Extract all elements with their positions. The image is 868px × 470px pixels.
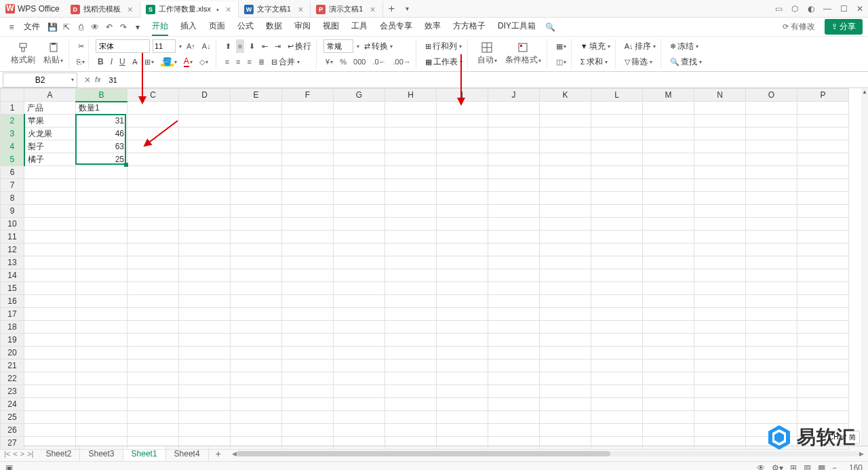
cell[interactable] (437, 102, 488, 115)
cell[interactable] (385, 140, 437, 153)
cell[interactable] (179, 437, 231, 450)
spreadsheet-grid[interactable]: ABCDEFGHIJKLMNOP1产品数量12苹果313火龙果464梨子635橘… (0, 88, 868, 446)
cell[interactable] (282, 282, 334, 295)
indent-increase-icon[interactable]: ⇥ (273, 39, 283, 53)
indent-decrease-icon[interactable]: ⇤ (260, 39, 270, 53)
cell[interactable] (24, 359, 76, 372)
cell[interactable] (76, 295, 127, 308)
cell[interactable] (127, 424, 179, 437)
cell[interactable] (746, 231, 797, 243)
cell[interactable] (488, 372, 540, 385)
cell[interactable] (127, 282, 179, 295)
cell[interactable] (540, 437, 591, 450)
cell[interactable] (231, 282, 282, 295)
cell[interactable] (127, 115, 179, 128)
row-header[interactable]: 8 (1, 192, 24, 205)
cell[interactable] (334, 128, 385, 140)
tab-close-icon[interactable]: × (226, 5, 231, 14)
cell[interactable] (746, 411, 797, 424)
cell[interactable] (694, 411, 746, 424)
cell[interactable] (694, 205, 746, 218)
cell[interactable] (643, 128, 694, 140)
cell[interactable] (746, 102, 797, 115)
cell[interactable] (694, 192, 746, 205)
cell[interactable] (385, 243, 437, 256)
cell[interactable] (694, 102, 746, 115)
cell[interactable] (797, 282, 849, 295)
cell[interactable] (24, 398, 76, 411)
cell[interactable] (540, 179, 591, 192)
cell[interactable] (437, 385, 488, 398)
cell[interactable] (231, 243, 282, 256)
find-button[interactable]: 🔍 查找▾ (668, 55, 704, 68)
cell[interactable] (591, 347, 643, 359)
cell[interactable] (76, 321, 127, 334)
cell[interactable] (231, 411, 282, 424)
cell[interactable] (231, 192, 282, 205)
cell[interactable] (282, 269, 334, 282)
cell[interactable] (591, 372, 643, 385)
cell[interactable] (437, 231, 488, 243)
tab-add-button[interactable]: + (383, 3, 400, 15)
cell[interactable] (179, 334, 231, 347)
cell[interactable] (231, 256, 282, 269)
cell[interactable] (231, 128, 282, 140)
row-header[interactable]: 15 (1, 282, 24, 295)
row-header[interactable]: 22 (1, 372, 24, 385)
cell[interactable] (385, 282, 437, 295)
cell[interactable] (24, 295, 76, 308)
cell[interactable] (282, 102, 334, 115)
cell[interactable] (746, 321, 797, 334)
cell[interactable] (179, 282, 231, 295)
cell[interactable] (643, 115, 694, 128)
cell[interactable] (591, 295, 643, 308)
cell[interactable] (437, 437, 488, 450)
cell[interactable] (127, 128, 179, 140)
cell[interactable] (540, 218, 591, 231)
cell[interactable] (127, 385, 179, 398)
cell[interactable]: 火龙果 (24, 128, 76, 140)
cell[interactable] (24, 231, 76, 243)
cell[interactable] (591, 411, 643, 424)
column-header[interactable]: K (540, 89, 591, 102)
cell[interactable] (231, 102, 282, 115)
cell[interactable] (282, 243, 334, 256)
cell[interactable] (540, 295, 591, 308)
cell[interactable] (488, 115, 540, 128)
cell[interactable] (231, 372, 282, 385)
cell[interactable] (797, 308, 849, 321)
row-header[interactable]: 23 (1, 385, 24, 398)
doc-tab[interactable]: W文字文稿1× (239, 1, 311, 18)
cell[interactable] (437, 205, 488, 218)
fill-color-button[interactable]: 🪣▾ (159, 55, 179, 68)
cell[interactable] (127, 334, 179, 347)
cell[interactable] (746, 179, 797, 192)
cell[interactable] (231, 153, 282, 166)
cell[interactable] (127, 102, 179, 115)
cell[interactable] (334, 295, 385, 308)
cell[interactable] (282, 437, 334, 450)
column-header[interactable]: N (694, 89, 746, 102)
cell[interactable] (797, 385, 849, 398)
clear-format-button[interactable]: ◇▾ (197, 55, 210, 68)
cell[interactable] (24, 308, 76, 321)
cell[interactable] (643, 398, 694, 411)
cell[interactable] (488, 398, 540, 411)
cell[interactable] (540, 153, 591, 166)
cell[interactable] (694, 256, 746, 269)
page-break-view-icon[interactable]: ▦ (818, 463, 825, 471)
cell[interactable] (231, 334, 282, 347)
cell[interactable] (488, 243, 540, 256)
row-header[interactable]: 25 (1, 411, 24, 424)
cell[interactable] (694, 347, 746, 359)
cell[interactable] (385, 385, 437, 398)
cell[interactable] (385, 153, 437, 166)
cell[interactable] (231, 115, 282, 128)
cell[interactable] (746, 128, 797, 140)
doc-tab[interactable]: D找稻壳模板× (65, 1, 140, 18)
copy-icon[interactable]: ⎘▾ (75, 55, 87, 68)
cell[interactable] (231, 308, 282, 321)
cell[interactable] (179, 115, 231, 128)
cell[interactable] (643, 218, 694, 231)
cell[interactable]: 橘子 (24, 153, 76, 166)
